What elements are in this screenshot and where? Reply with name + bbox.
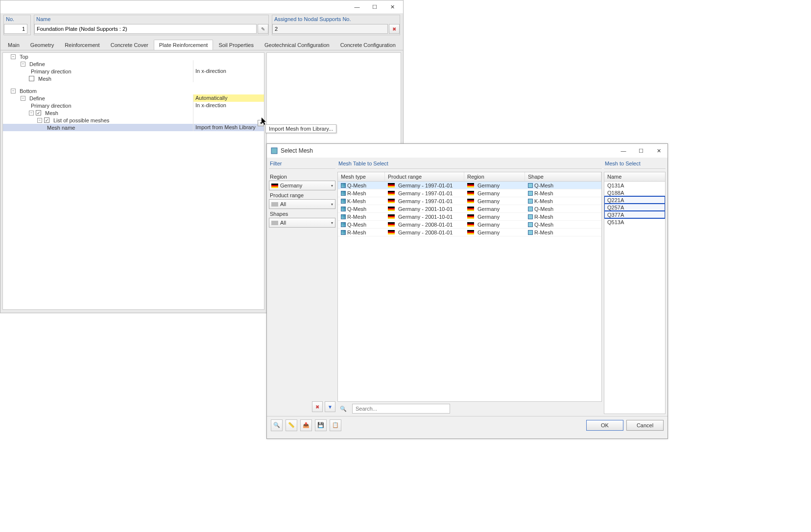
name-field[interactable]	[34, 24, 257, 34]
tree-define-b-val[interactable]: Automatically	[193, 94, 264, 102]
mesh-icon	[341, 207, 346, 211]
mesh-checkbox[interactable]	[29, 76, 34, 81]
mesh-select-panel: Mesh to Select Name Q131AQ188AQ221AQ257A…	[604, 160, 666, 414]
save-button[interactable]: 💾	[315, 419, 327, 431]
tab-main[interactable]: Main	[2, 40, 25, 50]
shape-icon	[528, 191, 533, 196]
col-name[interactable]: Name	[604, 172, 665, 182]
mesh-icon	[341, 191, 346, 196]
dialog-bottombar: 🔍 📏 📤 💾 📋 OK Cancel	[267, 416, 668, 434]
filter-header: Filter	[269, 160, 335, 169]
list-item[interactable]: Q257A	[604, 204, 665, 211]
minimize-button[interactable]: —	[348, 1, 366, 12]
flag-germany-icon	[388, 207, 395, 211]
list-item[interactable]: Q188A	[604, 189, 665, 196]
product-range-label: Product range	[270, 192, 335, 198]
units-button[interactable]: 📏	[286, 419, 297, 431]
table-row[interactable]: R-MeshGermany - 2001-10-01GermanyR-Mesh	[338, 213, 601, 221]
flag-germany-icon	[467, 207, 474, 211]
tree-top[interactable]: Top	[18, 54, 264, 60]
mesh-icon	[341, 230, 346, 235]
close-button[interactable]: ✕	[383, 1, 401, 12]
edit-name-button[interactable]: ✎	[258, 24, 268, 34]
col-prodrange[interactable]: Product range	[385, 172, 464, 181]
tab-plate-reinforcement[interactable]: Plate Reinforcement	[154, 40, 214, 50]
shape-icon	[528, 214, 533, 219]
mesh-select-header: Mesh to Select	[604, 160, 666, 169]
cancel-button[interactable]: Cancel	[626, 420, 664, 431]
table-row[interactable]: K-MeshGermany - 1997-01-01GermanyK-Mesh	[338, 197, 601, 205]
tree-define-b[interactable]: Define	[27, 95, 193, 101]
copy-button[interactable]: 📋	[330, 419, 341, 431]
col-shape[interactable]: Shape	[525, 172, 601, 181]
table-row[interactable]: R-MeshGermany - 2008-01-01GermanyR-Mesh	[338, 229, 601, 236]
shapes-combo[interactable]: All▾	[269, 218, 335, 228]
tree-define[interactable]: Define	[27, 61, 193, 67]
tree-mesh-name-val[interactable]: Import from Mesh Library	[193, 124, 264, 131]
mesh-b-checkbox[interactable]: ✓	[36, 110, 41, 116]
collapse-icon[interactable]: −	[21, 62, 25, 67]
properties-tree[interactable]: −Top −Define Primary directionIn x-direc…	[2, 52, 264, 310]
shape-icon	[528, 222, 533, 227]
maximize-button[interactable]: ☐	[366, 1, 383, 12]
collapse-icon[interactable]: −	[11, 54, 16, 59]
collapse-icon[interactable]: −	[37, 118, 42, 123]
collapse-icon[interactable]: −	[21, 96, 25, 101]
list-item[interactable]: Q377A	[604, 211, 665, 218]
col-meshtype[interactable]: Mesh type	[338, 172, 385, 181]
region-combo[interactable]: Germany▾	[269, 181, 335, 190]
shape-icon	[528, 207, 533, 211]
assigned-field[interactable]	[272, 24, 388, 34]
import-library-button[interactable]: ▾	[258, 120, 264, 126]
dialog-minimize-button[interactable]: —	[615, 145, 632, 157]
tree-list-meshes[interactable]: List of possible meshes	[51, 117, 193, 123]
clear-filter-button[interactable]: ✖	[312, 401, 323, 412]
tree-primary-dir-val[interactable]: In x-direction	[193, 68, 264, 75]
assigned-label: Assigned to Nodal Supports No.	[272, 15, 400, 24]
dialog-close-button[interactable]: ✕	[650, 145, 668, 157]
mesh-icon	[341, 199, 346, 204]
table-row[interactable]: Q-MeshGermany - 1997-01-01GermanyQ-Mesh	[338, 182, 601, 189]
tab-reinforcement[interactable]: Reinforcement	[59, 40, 105, 50]
export-button[interactable]: 📤	[300, 419, 312, 431]
no-field[interactable]	[4, 24, 27, 34]
table-row[interactable]: Q-MeshGermany - 2008-01-01GermanyQ-Mesh	[338, 221, 601, 229]
tree-mesh-b[interactable]: Mesh	[43, 110, 193, 116]
tree-mesh[interactable]: Mesh	[36, 76, 193, 82]
tab-geotechnical-config[interactable]: Geotechnical Configuration	[259, 40, 335, 50]
mesh-table[interactable]: Mesh type Product range Region Shape Q-M…	[337, 172, 602, 402]
col-region[interactable]: Region	[464, 172, 525, 181]
zoom-button[interactable]: 🔍	[271, 419, 283, 431]
mesh-icon	[341, 183, 346, 188]
flag-germany-icon	[388, 191, 395, 195]
tab-concrete-cover[interactable]: Concrete Cover	[105, 40, 154, 50]
dialog-maximize-button[interactable]: ☐	[632, 145, 650, 157]
list-item[interactable]: Q131A	[604, 182, 665, 189]
table-row[interactable]: Q-MeshGermany - 2001-10-01GermanyQ-Mesh	[338, 205, 601, 213]
table-row[interactable]: R-MeshGermany - 1997-01-01GermanyR-Mesh	[338, 189, 601, 197]
tree-primary-dir-b[interactable]: Primary direction	[29, 103, 193, 109]
ok-button[interactable]: OK	[586, 420, 623, 431]
tab-concrete-config[interactable]: Concrete Configuration	[335, 40, 401, 50]
mesh-select-list[interactable]: Name Q131AQ188AQ221AQ257AQ377AQ513A	[604, 172, 666, 414]
search-input[interactable]	[352, 404, 450, 414]
tree-primary-dir-b-val[interactable]: In x-direction	[193, 102, 264, 109]
filter-panel: Filter Region Germany▾ Product range All…	[269, 160, 335, 414]
tab-geometry[interactable]: Geometry	[25, 40, 59, 50]
list-meshes-checkbox[interactable]: ✓	[44, 117, 49, 123]
tree-primary-dir[interactable]: Primary direction	[29, 69, 193, 74]
list-item[interactable]: Q513A	[604, 218, 665, 226]
flag-germany-icon	[467, 199, 474, 203]
tree-bottom[interactable]: Bottom	[18, 88, 264, 94]
collapse-icon[interactable]: −	[29, 111, 34, 116]
list-item[interactable]: Q221A	[604, 196, 665, 204]
flag-germany-icon	[467, 183, 474, 187]
collapse-icon[interactable]: −	[11, 89, 16, 93]
pick-assigned-button[interactable]: ✖	[389, 24, 400, 34]
product-range-combo[interactable]: All▾	[269, 199, 335, 209]
flag-germany-icon	[388, 230, 395, 234]
apply-filter-button[interactable]: ▼	[325, 401, 335, 412]
tab-soil-properties[interactable]: Soil Properties	[213, 40, 259, 50]
tabstrip: Main Geometry Reinforcement Concrete Cov…	[0, 37, 403, 50]
tree-mesh-name[interactable]: Mesh name	[45, 125, 193, 131]
